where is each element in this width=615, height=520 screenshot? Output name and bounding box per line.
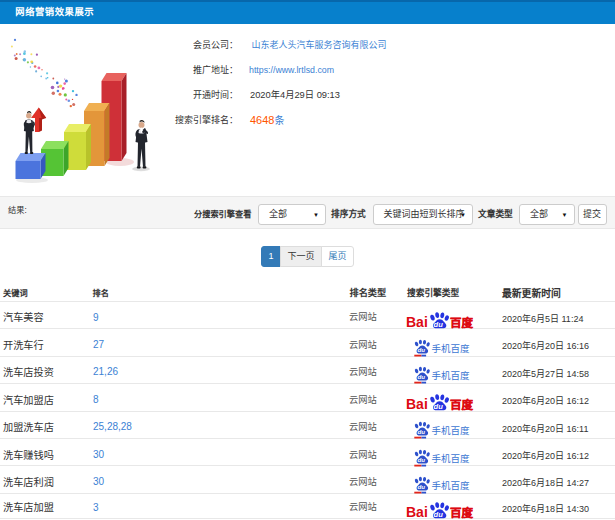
svg-text:du: du [418,373,426,380]
svg-text:Bai: Bai [406,396,428,412]
svg-text:du: du [418,428,426,435]
svg-text:百度: 百度 [450,396,473,412]
svg-text:手机百度: 手机百度 [432,478,471,492]
svg-text:百度: 百度 [450,504,473,520]
svg-text:手机百度: 手机百度 [432,368,471,382]
svg-text:手机百度: 手机百度 [432,423,471,437]
svg-text:百度: 百度 [450,313,473,329]
svg-text:du: du [434,320,444,329]
svg-text:du: du [434,510,444,519]
svg-text:Bai: Bai [406,504,428,520]
svg-text:du: du [418,483,426,490]
svg-text:du: du [418,455,426,462]
svg-text:du: du [418,346,426,353]
svg-text:du: du [434,402,444,411]
svg-text:手机百度: 手机百度 [432,450,471,464]
svg-text:手机百度: 手机百度 [432,341,471,355]
svg-text:Bai: Bai [406,314,428,330]
